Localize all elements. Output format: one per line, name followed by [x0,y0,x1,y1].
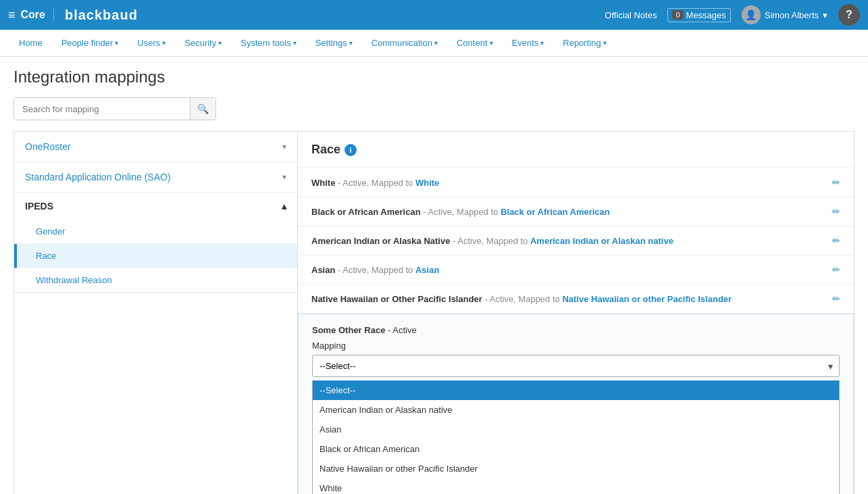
native-hawaiian-edit-icon[interactable]: ✏ [832,293,840,304]
messages-badge[interactable]: 0 Messages [667,8,730,22]
native-hawaiian-mapped: Native Hawaiian or other Pacific Islande… [562,294,732,304]
content-arrow: ▾ [490,39,493,47]
user-name: Simon Alberts [765,10,819,20]
dropdown-option-asian[interactable]: Asian [313,420,839,439]
search-input[interactable] [14,99,190,120]
mapping-row-black: Black or African American - Active, Mapp… [298,197,854,226]
race-info-icon[interactable]: i [344,144,357,156]
ipeds-label: IPEDS [25,201,53,212]
page-content: Integration mappings 🔍 OneRoster ▾ Stand… [0,57,868,494]
sidebar-item-gender[interactable]: Gender [14,220,297,244]
asian-key: Asian [311,265,335,275]
core-label: Core [21,9,54,21]
black-edit-icon[interactable]: ✏ [832,206,840,217]
dropdown-option-black[interactable]: Black or African American [313,439,839,459]
help-button[interactable]: ? [838,4,860,26]
asian-status: - Active, Mapped to [338,265,415,275]
mapping-text-asian: Asian - Active, Mapped to Asian [311,265,825,275]
user-dropdown-icon: ▾ [823,10,827,20]
sidebar-sao-header[interactable]: Standard Application Online (SAO) ▾ [14,162,297,192]
expanded-row-some-other-race: Some Other Race - Active Mapping --Selec… [298,314,854,494]
top-bar: ≡ Core blackbaud Official Notes 0 Messag… [0,0,868,30]
sidebar-oneroster-header[interactable]: OneRoster ▾ [14,132,297,162]
sidebar-item-race[interactable]: Race [14,244,297,268]
messages-count: 0 [672,10,683,20]
settings-arrow: ▾ [349,39,353,47]
dropdown-option-american-indian[interactable]: American Indian or Alaskan native [313,400,839,420]
ipeds-chevron: ▴ [282,201,286,212]
black-key: Black or African American [311,207,421,217]
communication-arrow: ▾ [434,39,438,47]
native-hawaiian-status: - Active, Mapped to [485,294,563,304]
sidebar: OneRoster ▾ Standard Application Online … [14,132,298,494]
mapping-row-native-hawaiian: Native Hawaiian or Other Pacific Islande… [298,285,854,314]
main-layout: OneRoster ▾ Standard Application Online … [14,131,854,494]
blackbaud-logo: blackbaud [65,7,138,23]
nav-home[interactable]: Home [11,31,51,55]
white-mapped: White [415,178,439,188]
nav-communication[interactable]: Communication ▾ [363,31,446,55]
american-indian-key: American Indian or Alaska Native [311,236,450,246]
messages-label: Messages [686,10,726,20]
secondary-nav: Home People finder ▾ Users ▾ Security ▾ … [0,30,868,57]
oneroster-label: OneRoster [25,141,71,152]
american-indian-status: - Active, Mapped to [453,236,530,246]
black-mapped: Black or African American [501,207,610,217]
mapping-row-asian: Asian - Active, Mapped to Asian ✏ [298,255,854,285]
user-avatar: 👤 [742,5,761,24]
sidebar-ipeds-header[interactable]: IPEDS ▴ [14,193,297,220]
expanded-row-title: Some Other Race - Active [312,325,840,335]
race-section-header: Race i [298,132,854,168]
reporting-arrow: ▾ [603,39,607,47]
user-info[interactable]: 👤 Simon Alberts ▾ [742,5,827,24]
people-finder-arrow: ▾ [115,39,118,47]
sidebar-item-withdrawal-reason[interactable]: Withdrawal Reason [14,268,297,293]
mapping-select[interactable]: --Select-- American Indian or Alaskan na… [312,355,840,377]
users-arrow: ▾ [162,39,165,47]
hamburger-icon[interactable]: ≡ [8,8,16,22]
nav-events[interactable]: Events ▾ [504,31,553,55]
events-arrow: ▾ [540,39,544,47]
nav-content[interactable]: Content ▾ [449,31,501,55]
nav-settings[interactable]: Settings ▾ [307,31,361,55]
search-button[interactable]: 🔍 [190,98,215,120]
american-indian-mapped: American Indian or Alaskan native [530,236,673,246]
top-bar-left: ≡ Core blackbaud [8,7,138,23]
system-tools-arrow: ▾ [293,39,297,47]
mapping-label: Mapping [312,341,840,351]
sidebar-section-ipeds: IPEDS ▴ Gender Race Withdrawal Reason [14,193,297,293]
dropdown-option-native-hawaiian[interactable]: Native Hawaiian or other Pacific Islande… [313,459,839,478]
asian-mapped: Asian [415,265,439,275]
dropdown-option-white[interactable]: White [313,478,839,494]
page-title: Integration mappings [14,68,854,87]
top-bar-right: Official Notes 0 Messages 👤 Simon Albert… [605,4,860,26]
select-wrapper: --Select-- American Indian or Alaskan na… [312,355,840,377]
asian-edit-icon[interactable]: ✏ [832,264,840,275]
white-edit-icon[interactable]: ✏ [832,177,840,188]
white-key: White [311,178,335,188]
mapping-text-american-indian: American Indian or Alaska Native - Activ… [311,236,825,246]
nav-system-tools[interactable]: System tools ▾ [232,31,304,55]
oneroster-chevron: ▾ [282,142,286,151]
mapping-text-white: White - Active, Mapped to White [311,178,825,188]
sidebar-section-oneroster: OneRoster ▾ [14,132,297,162]
nav-security[interactable]: Security ▾ [176,31,230,55]
black-status: - Active, Mapped to [423,207,501,217]
dropdown-list[interactable]: --Select-- American Indian or Alaskan na… [312,380,840,494]
race-section-title: Race [311,143,340,157]
main-panel: Race i White - Active, Mapped to White ✏… [298,132,854,494]
sao-label: Standard Application Online (SAO) [25,172,171,182]
official-notes-link[interactable]: Official Notes [605,10,657,20]
mapping-text-black: Black or African American - Active, Mapp… [311,207,825,217]
nav-reporting[interactable]: Reporting ▾ [555,31,614,55]
nav-users[interactable]: Users ▾ [129,31,174,55]
mapping-row-american-indian: American Indian or Alaska Native - Activ… [298,226,854,255]
american-indian-edit-icon[interactable]: ✏ [832,235,840,246]
native-hawaiian-key: Native Hawaiian or Other Pacific Islande… [311,294,482,304]
some-other-race-key: Some Other Race [312,325,385,335]
white-status: - Active, Mapped to [338,178,415,188]
security-arrow: ▾ [218,39,222,47]
mapping-row-white: White - Active, Mapped to White ✏ [298,168,854,197]
nav-people-finder[interactable]: People finder ▾ [53,31,127,55]
dropdown-option-select[interactable]: --Select-- [313,380,839,400]
